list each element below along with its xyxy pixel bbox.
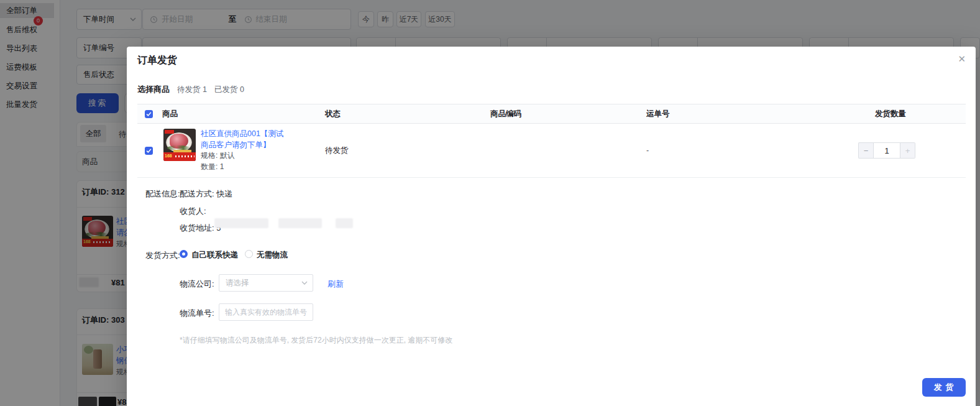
stepper-plus-button[interactable]: +	[900, 142, 915, 159]
ship-submit-button[interactable]: 发 货	[922, 378, 966, 397]
col-status: 状态	[325, 109, 490, 119]
status-cell: 待发货	[325, 145, 490, 156]
redacted-address	[214, 218, 268, 228]
price-banner-shape: 168	[163, 152, 196, 161]
col-code: 商品编码	[490, 109, 646, 119]
tracking-number-label: 物流单号:	[180, 308, 214, 319]
radio-no-logistics[interactable]	[245, 250, 253, 258]
col-waybill: 运单号	[646, 109, 858, 119]
thumb-price: 168	[165, 154, 172, 158]
corner-tag-shape	[165, 130, 174, 134]
chevron-down-icon	[301, 281, 308, 285]
app-window: 全部订单 0 售后维权 导出列表 运费模板 交易设置 批量发货 下单时间 开始日…	[0, 0, 980, 406]
stepper-minus-button[interactable]: −	[858, 142, 873, 159]
product-name-link[interactable]: 社区直供商品001【测试	[201, 129, 283, 140]
product-spec: 规格: 默认	[201, 150, 283, 162]
waybill-cell: -	[646, 146, 858, 155]
ship-note: *请仔细填写物流公司及物流单号, 发货后72小时内仅支持做一次更正, 逾期不可修…	[180, 335, 452, 346]
specks	[175, 155, 195, 157]
ship-method-label: 发货方式:	[145, 250, 180, 261]
receiver-label: 收货人:	[180, 206, 206, 217]
logistics-company-select[interactable]: 请选择	[219, 274, 313, 292]
table-row: 168 社区直供商品001【测试 商品客户请勿下单】 规格: 默认 数量: 1 …	[137, 124, 966, 178]
select-products-bar: 选择商品 待发货 1 已发货 0	[137, 84, 244, 95]
product-quantity: 数量: 1	[201, 162, 283, 173]
redacted-address	[336, 218, 353, 228]
select-all-checkbox[interactable]	[145, 110, 153, 118]
logistics-company-label: 物流公司:	[180, 279, 214, 290]
ship-qty-stepper: − +	[858, 142, 915, 159]
row-checkbox[interactable]	[145, 147, 153, 155]
pending-count: 待发货 1	[177, 85, 207, 95]
radio-self-courier-label[interactable]: 自己联系快递	[191, 250, 238, 261]
refresh-link[interactable]: 刷新	[327, 279, 344, 290]
tracking-number-input[interactable]	[219, 303, 313, 321]
ship-products-table: 商品 状态 商品编码 运单号 发货数量	[137, 104, 966, 178]
col-ship-qty: 发货数量	[858, 109, 966, 119]
modal-title: 订单发货	[137, 54, 177, 67]
delivery-method: 配送方式: 快递	[180, 188, 232, 200]
product-image[interactable]: 168	[163, 129, 196, 161]
check-icon	[146, 148, 152, 154]
radio-self-courier[interactable]	[180, 250, 188, 258]
col-product: 商品	[162, 109, 325, 119]
radio-no-logistics-label[interactable]: 无需物流	[257, 250, 288, 261]
check-icon	[146, 111, 152, 117]
logistics-company-placeholder: 请选择	[219, 278, 301, 288]
product-cell: 168 社区直供商品001【测试 商品客户请勿下单】 规格: 默认 数量: 1	[162, 129, 325, 172]
redacted-address	[278, 218, 322, 228]
table-header-row: 商品 状态 商品编码 运单号 发货数量	[137, 104, 966, 124]
ship-qty-input[interactable]	[873, 142, 900, 159]
close-icon[interactable]: ✕	[958, 54, 966, 63]
product-name-link[interactable]: 商品客户请勿下单】	[201, 140, 283, 151]
delivery-info-label: 配送信息:	[145, 188, 180, 200]
select-products-label: 选择商品	[137, 84, 170, 95]
shipped-count: 已发货 0	[214, 85, 244, 95]
ship-order-modal: 订单发货 ✕ 选择商品 待发货 1 已发货 0 商品 状态 商品编码 运单号 发…	[127, 47, 976, 406]
